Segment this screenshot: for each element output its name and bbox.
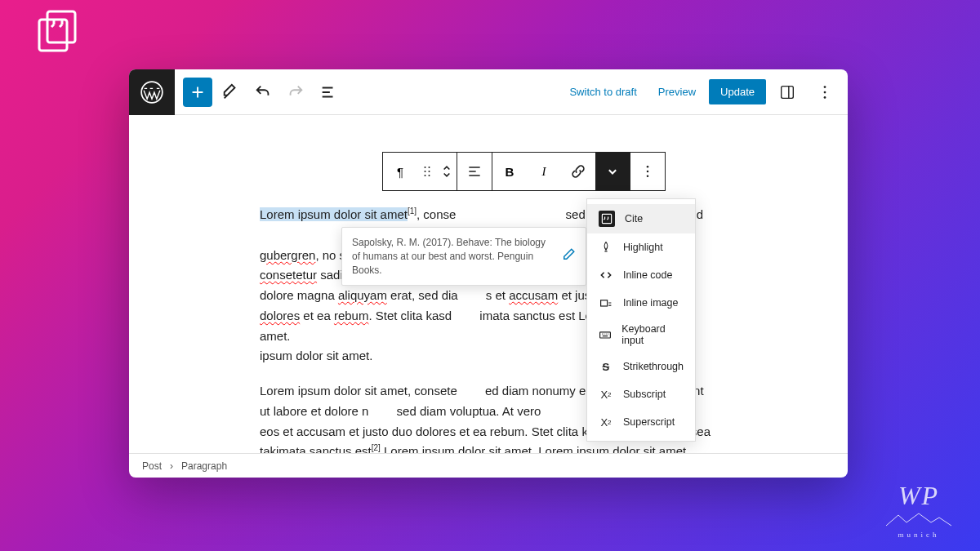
wp-munich-logo: WP munich [882, 481, 956, 539]
switch-to-draft-button[interactable]: Switch to draft [561, 81, 644, 103]
svg-rect-19 [600, 332, 611, 338]
move-up-down-button[interactable] [437, 153, 457, 190]
format-keyboard[interactable]: Keyboard input [587, 317, 695, 353]
cite-icon [599, 211, 615, 227]
italic-button[interactable]: I [527, 153, 561, 190]
selected-text: Lorem ipsum dolor sit amet [260, 207, 408, 221]
format-cite[interactable]: Cite [587, 204, 695, 233]
keyboard-icon [599, 327, 612, 342]
breadcrumb-paragraph[interactable]: Paragraph [181, 460, 227, 472]
svg-rect-17 [602, 214, 611, 223]
citation-text: Sapolsky, R. M. (2017). Behave: The biol… [352, 236, 553, 277]
svg-point-14 [647, 166, 649, 168]
subscript-icon: X2 [599, 387, 613, 402]
breadcrumb-post[interactable]: Post [142, 460, 162, 472]
preview-button[interactable]: Preview [650, 81, 704, 103]
format-inline-code[interactable]: Inline code [587, 261, 695, 289]
svg-point-5 [824, 86, 826, 88]
svg-point-12 [425, 175, 426, 176]
format-dropdown: Cite Highlight Inline code Inline image … [586, 198, 696, 442]
top-toolbar: Switch to draft Preview Update [129, 69, 848, 115]
format-inline-image[interactable]: Inline image [587, 289, 695, 317]
more-formats-button[interactable] [595, 153, 630, 190]
format-superscript[interactable]: X2 Superscript [587, 408, 695, 436]
svg-point-15 [647, 171, 649, 173]
undo-button[interactable] [248, 78, 278, 107]
brand-corner-logo [33, 8, 82, 60]
highlight-icon [599, 240, 613, 255]
svg-rect-3 [782, 86, 794, 98]
svg-point-13 [429, 175, 430, 176]
svg-point-10 [425, 171, 426, 172]
update-button[interactable]: Update [709, 79, 766, 104]
link-button[interactable] [561, 153, 595, 190]
options-menu-button[interactable] [810, 78, 840, 107]
document-overview-button[interactable] [314, 78, 343, 107]
superscript-icon: X2 [599, 415, 613, 429]
bold-button[interactable]: B [492, 153, 527, 190]
edit-mode-button[interactable] [216, 78, 245, 107]
breadcrumb-separator: › [170, 460, 173, 472]
drag-handle[interactable] [417, 153, 437, 190]
format-strikethrough[interactable]: S Strikethrough [587, 353, 695, 380]
svg-point-8 [425, 167, 426, 168]
editor-window: Switch to draft Preview Update Citation … [129, 69, 848, 478]
block-type-button[interactable]: ¶ [383, 153, 417, 190]
redo-button[interactable] [281, 78, 310, 107]
breadcrumb: Post › Paragraph [129, 453, 848, 478]
add-block-button[interactable] [183, 78, 212, 107]
wordpress-logo[interactable] [129, 69, 175, 115]
format-highlight[interactable]: Highlight [587, 233, 695, 261]
block-options-button[interactable] [630, 153, 665, 190]
image-icon [599, 295, 613, 310]
block-toolbar: ¶ B I [382, 152, 666, 191]
svg-point-7 [824, 96, 826, 99]
format-subscript[interactable]: X2 Subscript [587, 380, 695, 408]
citation-ref-1: [1] [408, 207, 416, 216]
code-icon [599, 268, 613, 282]
align-button[interactable] [457, 153, 492, 190]
svg-point-11 [429, 171, 430, 172]
svg-rect-18 [601, 300, 608, 306]
svg-point-16 [647, 176, 649, 178]
editor-content: Citation D Lorem ipsum dolor sit amet[1]… [129, 115, 848, 453]
strikethrough-icon: S [599, 359, 613, 374]
edit-citation-button[interactable] [561, 247, 576, 266]
svg-point-6 [824, 91, 826, 93]
settings-panel-toggle[interactable] [773, 78, 802, 107]
citation-tooltip: Sapolsky, R. M. (2017). Behave: The biol… [341, 227, 586, 286]
citation-ref-2: [2] [372, 443, 381, 452]
svg-point-9 [429, 167, 430, 168]
